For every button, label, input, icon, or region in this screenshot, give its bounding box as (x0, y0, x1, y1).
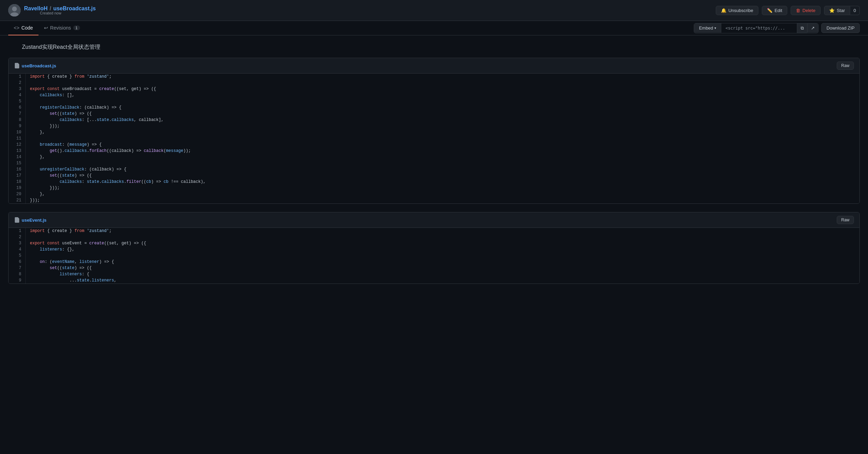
avatar[interactable] (8, 4, 21, 16)
line-code: export const useEvent = create((set, get… (26, 240, 859, 246)
revisions-badge: 1 (73, 25, 80, 30)
star-count[interactable]: 0 (850, 6, 860, 15)
table-row: 13 get().callbacks.forEach((callback) =>… (9, 148, 859, 154)
raw-button-usebroadcast[interactable]: Raw (837, 62, 854, 70)
line-number: 18 (9, 179, 26, 185)
line-number: 9 (9, 277, 26, 284)
line-code: ...state.listeners, (26, 277, 859, 284)
line-number: 3 (9, 86, 26, 92)
delete-label: Delete (802, 8, 815, 13)
code-content-useevent: 1import { create } from 'zustand';23expo… (9, 228, 859, 284)
chevron-down-icon: ▾ (714, 26, 716, 30)
line-number: 14 (9, 154, 26, 160)
filename-usebroadcast[interactable]: useBroadcast.js (22, 63, 56, 68)
table-row: 3export const useEvent = create((set, ge… (9, 240, 859, 246)
line-code: callbacks: [...state.callbacks, callback… (26, 117, 859, 123)
table-row: 2 (9, 234, 859, 240)
line-number: 19 (9, 185, 26, 191)
table-row: 10 }, (9, 129, 859, 135)
line-code: callbacks: state.callbacks.filter((cb) =… (26, 179, 859, 185)
open-new-tab-button[interactable]: ↗ (807, 23, 818, 33)
edit-label: Edit (775, 8, 782, 13)
file-title-area: useBroadcast.js (14, 63, 56, 68)
table-row: 1import { create } from 'zustand'; (9, 228, 859, 234)
header-actions: 🔔 Unsubscribe ✏️ Edit 🗑 Delete ⭐ Star 0 (716, 6, 860, 15)
line-code (26, 98, 859, 104)
star-icon: ⭐ (829, 8, 835, 13)
tabs: <> Code ↩ Revisions 1 (0, 21, 686, 35)
code-table-usebroadcast: 1import { create } from 'zustand';23expo… (9, 74, 859, 203)
bell-icon: 🔔 (721, 8, 726, 13)
line-code (26, 234, 859, 240)
line-number: 5 (9, 98, 26, 104)
file-title-area-2: useEvent.js (14, 217, 46, 223)
line-code: }, (26, 154, 859, 160)
edit-button[interactable]: ✏️ Edit (762, 6, 787, 15)
table-row: 5 (9, 98, 859, 104)
line-code: listeners: {}, (26, 246, 859, 253)
line-code: }, (26, 129, 859, 135)
header-left: RavelloH / useBroadcast.js Created now (8, 4, 96, 16)
unsubscribe-label: Unsubscribe (728, 8, 753, 13)
tab-code[interactable]: <> Code (8, 21, 38, 35)
top-toolbar: Embed ▾ ⧉ ↗ Download ZIP (686, 21, 868, 35)
line-number: 7 (9, 111, 26, 117)
line-number: 17 (9, 173, 26, 179)
gist-description: Zustand实现React全局状态管理 (8, 44, 860, 51)
table-row: 6 registerCallback: (callback) => { (9, 104, 859, 111)
line-number: 8 (9, 117, 26, 123)
external-link-icon: ↗ (811, 25, 815, 31)
line-code: import { create } from 'zustand'; (26, 228, 859, 234)
line-code: on: (eventName, listener) => { (26, 259, 859, 265)
tab-revisions-label: Revisions (50, 25, 71, 31)
raw-button-useevent[interactable]: Raw (837, 216, 854, 224)
line-code: export const useBroadcast = create((set,… (26, 86, 859, 92)
svg-point-1 (12, 7, 17, 11)
line-number: 1 (9, 228, 26, 234)
table-row: 21})); (9, 197, 859, 203)
revisions-icon: ↩ (44, 25, 48, 31)
header-title-area: RavelloH / useBroadcast.js Created now (24, 5, 96, 15)
table-row: 16 unregisterCallback: (callback) => { (9, 166, 859, 173)
copy-icon: ⧉ (801, 25, 804, 31)
embed-label: Embed (699, 25, 713, 31)
table-row: 5 (9, 253, 859, 259)
copy-button[interactable]: ⧉ (797, 23, 807, 33)
line-code: set((state) => ({ (26, 173, 859, 179)
table-row: 15 (9, 160, 859, 166)
line-code (26, 253, 859, 259)
table-row: 11 (9, 135, 859, 142)
table-row: 1import { create } from 'zustand'; (9, 74, 859, 80)
line-number: 13 (9, 148, 26, 154)
line-code: callbacks: [], (26, 92, 859, 98)
line-code: set((state) => ({ (26, 265, 859, 271)
star-button[interactable]: ⭐ Star (824, 6, 850, 15)
line-number: 2 (9, 234, 26, 240)
pencil-icon: ✏️ (767, 8, 772, 13)
line-number: 16 (9, 166, 26, 173)
tab-revisions[interactable]: ↩ Revisions 1 (38, 21, 86, 35)
line-number: 21 (9, 197, 26, 203)
line-code: get().callbacks.forEach((callback) => ca… (26, 148, 859, 154)
download-zip-button[interactable]: Download ZIP (821, 23, 860, 33)
filename-useevent[interactable]: useEvent.js (22, 218, 46, 223)
line-number: 5 (9, 253, 26, 259)
code-table-useevent: 1import { create } from 'zustand';23expo… (9, 228, 859, 284)
line-number: 8 (9, 271, 26, 277)
delete-button[interactable]: 🗑 Delete (791, 6, 821, 15)
embed-button[interactable]: Embed ▾ (694, 23, 721, 33)
unsubscribe-button[interactable]: 🔔 Unsubscribe (716, 6, 758, 15)
line-code: }, (26, 191, 859, 197)
table-row: 6 on: (eventName, listener) => { (9, 259, 859, 265)
code-block-useevent: useEvent.js Raw 1import { create } from … (8, 212, 860, 284)
table-row: 2 (9, 80, 859, 86)
line-number: 4 (9, 92, 26, 98)
table-row: 18 callbacks: state.callbacks.filter((cb… (9, 179, 859, 185)
embed-url-input[interactable] (721, 24, 797, 33)
table-row: 14 }, (9, 154, 859, 160)
table-row: 17 set((state) => ({ (9, 173, 859, 179)
file-icon (14, 63, 20, 68)
line-number: 10 (9, 129, 26, 135)
main-content: Zustand实现React全局状态管理 useBroadcast.js Raw… (0, 35, 868, 300)
line-code: import { create } from 'zustand'; (26, 74, 859, 80)
